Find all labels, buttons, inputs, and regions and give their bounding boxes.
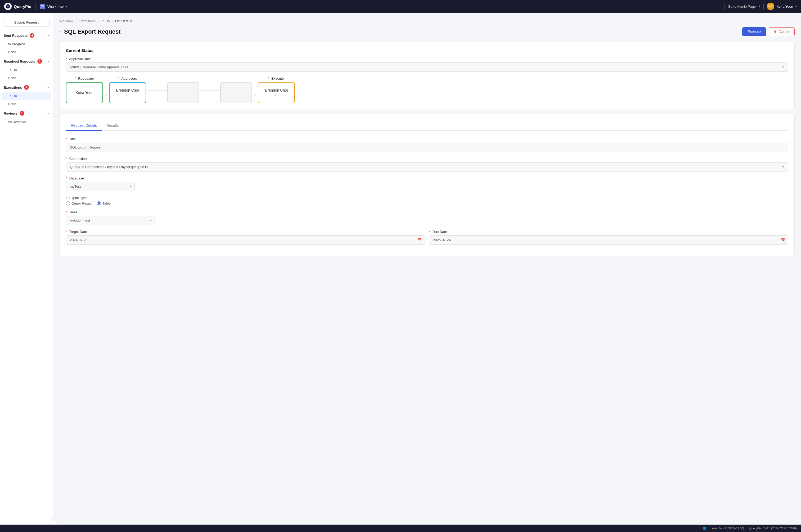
submit-request-button[interactable]: Submit Request [3,18,50,27]
approvers-plus: +5 [126,93,130,97]
main-content: Workflow › Executions › To Do › List Det… [53,13,801,532]
approval-rule-value: [White] QueryPie Demo Approval Rule [70,65,128,69]
sidebar-item-all-reviews[interactable]: All Reviews [2,118,51,126]
admin-page-label: Go to Admin Page [728,4,756,8]
breadcrumb-sep-1: › [75,19,76,23]
table-chevron-icon: ▾ [150,218,152,222]
radio-query-result-input[interactable] [66,202,70,205]
connector-line-2 [199,90,220,91]
database-field: * Database myTest ▾ [66,176,788,191]
tab-request-details[interactable]: Request Details [66,121,102,131]
radio-table-label: Table [102,202,111,205]
approver2-box [167,82,199,103]
sidebar-section-received-requests-header[interactable]: Received Requests 1 ▾ [0,57,53,66]
workflow-diagram: * Requester Keira Yoon › * Approvers [66,76,788,103]
title-input[interactable] [66,142,788,152]
tab-results[interactable]: Results [102,121,123,131]
cancel-label: Cancel [779,30,790,34]
target-date-field: * Target Date 📅 [66,230,425,245]
trash-icon: 🗑 [773,30,777,34]
current-status-card: Current Status * Approval Rule [White] Q… [59,41,795,110]
requester-box: Keira Yoon [66,82,103,103]
top-navigation: QueryPie W Workflow ▾ Go to Admin Page ↗… [0,0,801,13]
radio-query-result-label: Query Result [72,202,92,205]
page-header-right: Execute 🗑 Cancel [742,27,795,36]
connection-label: * Connection [66,157,788,161]
database-select-wrap: myTest ▾ [66,182,135,191]
title-label: * Title [66,137,788,141]
reviews-chevron-icon: ▾ [47,112,49,115]
user-chevron-icon: ▾ [795,4,797,8]
requester-label: * Requester [66,76,103,80]
sidebar-section-reviews-header[interactable]: Reviews 1 ▾ [0,109,53,118]
cancel-button[interactable]: 🗑 Cancel [769,27,795,36]
page-header: ‹ SQL Export Request Execute 🗑 Cancel [59,27,795,36]
due-date-input[interactable] [429,235,788,245]
breadcrumb-workflow[interactable]: Workflow [59,19,73,23]
radio-table-input[interactable] [97,202,101,205]
admin-page-button[interactable]: Go to Admin Page ↗ [725,3,764,10]
database-label: * Database [66,176,788,180]
executions-chevron-icon: ▾ [47,86,49,89]
user-menu[interactable]: KY Keira Yoon ▾ [767,3,797,10]
connector-2 [199,90,220,103]
sidebar-item-received-done[interactable]: Done [2,74,51,82]
workflow-approver2-section [167,76,199,103]
approval-rule-field: * Approval Rule [White] QueryPie Demo Ap… [66,57,788,72]
sidebar-section-sent-requests-header[interactable]: Sent Requests 4 ▾ [0,31,53,40]
database-select[interactable]: myTest [66,182,135,191]
sidebar-section-received-title-row: Received Requests 1 [4,59,42,64]
sidebar-item-sent-done[interactable]: Done [2,48,51,56]
approval-rule-chevron-icon: ▾ [782,65,784,69]
sidebar-section-reviews-title-row: Reviews 1 [4,111,24,116]
sidebar-section-executions-header[interactable]: Executions 2 ▾ [0,83,53,92]
table-value: brendon_test [70,218,90,222]
due-date-input-wrap: 📅 [429,235,788,245]
status-bar: 🌐 Asia/Seoul (GMT+09:00) QueryPie 10.0.0… [0,525,801,532]
timezone-text: Asia/Seoul (GMT+09:00) [712,527,744,530]
table-label: * Table [66,210,788,214]
connector-line-1 [146,90,167,91]
sidebar-item-executions-done[interactable]: Done [2,100,51,108]
back-button[interactable]: ‹ [59,30,61,34]
arrow-2: › [252,92,258,103]
export-type-field: * Export Type Query Result Table [66,196,788,205]
detail-tabs: Request Details Results [66,121,788,131]
version-text: QueryPie 10.0.0 (20240722-182828) [749,527,797,530]
execute-button[interactable]: Execute [742,27,766,36]
right-arrow-icon-2: › [252,92,258,98]
executor-name: Brendon Choi [265,88,288,92]
globe-icon: 🌐 [703,527,706,530]
breadcrumb-executions[interactable]: Executions [79,19,96,23]
user-name: Keira Yoon [776,4,793,8]
sidebar-section-reviews: Reviews 1 ▾ All Reviews [0,109,53,126]
approval-rule-select-wrap: [White] QueryPie Demo Approval Rule ▾ [66,62,788,72]
sidebar-item-executions-todo[interactable]: To Do [2,92,51,100]
target-date-input-wrap: 📅 [66,235,425,245]
radio-query-result[interactable]: Query Result [66,202,92,205]
workflow-requester-section: * Requester Keira Yoon [66,76,103,103]
breadcrumb-sep-3: › [112,19,113,23]
sidebar-item-in-progress[interactable]: In Progress [2,40,51,48]
workflow-nav: W Workflow ▾ [40,4,67,9]
connection-select[interactable]: QueryPie Connections / mysql3 / mysql.qu… [66,162,788,172]
breadcrumb-todo[interactable]: To Do [101,19,110,23]
approvers-name: Brendon Choi [116,88,139,92]
workflow-approvers-section: * Approvers Brendon Choi +5 [109,76,146,103]
workflow-label: Workflow [47,4,63,9]
approval-rule-select[interactable]: [White] QueryPie Demo Approval Rule ▾ [66,62,788,72]
table-select[interactable]: brendon_test ▾ [66,216,156,225]
connection-value: QueryPie Connections / mysql3 / mysql.qu… [70,165,148,169]
radio-table[interactable]: Table [97,202,111,205]
approval-rule-label: * Approval Rule [66,57,788,61]
approval-rule-required-indicator: * [66,57,67,61]
avatar: KY [767,3,774,10]
reviews-badge: 1 [20,111,24,116]
target-date-label: * Target Date [66,230,425,234]
arrow-1: › [103,92,109,103]
sidebar-item-received-todo[interactable]: To Do [2,66,51,74]
target-date-input[interactable] [66,235,425,245]
sent-requests-label: Sent Requests [4,34,27,38]
requester-name: Keira Yoon [75,91,93,95]
svg-point-1 [7,5,9,7]
